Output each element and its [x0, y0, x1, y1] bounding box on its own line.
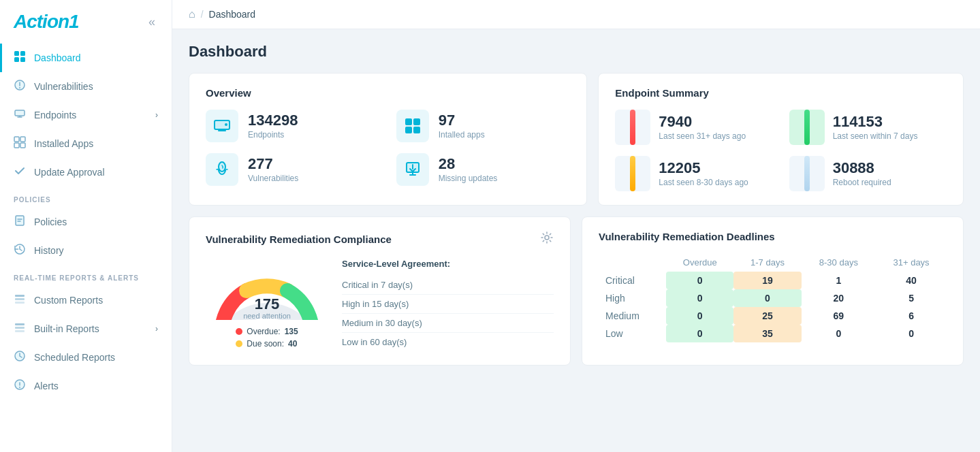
scheduled-reports-icon — [14, 350, 26, 365]
sidebar-item-policies[interactable]: Policies — [0, 208, 172, 236]
policies-section-label: POLICIES — [0, 187, 172, 208]
overdue-cell: 0 — [666, 289, 733, 307]
sidebar-item-custom-reports[interactable]: Custom Reports — [0, 286, 172, 314]
sidebar-item-label: Policies — [34, 216, 67, 227]
home-icon[interactable]: ⌂ — [189, 8, 195, 20]
overview-item-data: 134298 Endpoints — [248, 112, 298, 140]
legend-items: Overdue: 135 Due soon: 40 — [236, 327, 298, 351]
endpoint-value: 7940 — [659, 114, 746, 130]
sla-section: Service-Level Agreement: Critical in 7 d… — [342, 259, 554, 351]
sidebar-item-vulnerabilities[interactable]: Vulnerabilities — [0, 72, 172, 101]
svg-rect-6 — [15, 110, 25, 116]
overview-value: 97 — [439, 112, 485, 129]
compliance-body: 175 need attention Overdue: 135 — [206, 259, 554, 351]
endpoint-item-7days: 114153 Last seen within 7 days — [789, 110, 947, 145]
svg-rect-2 — [14, 57, 19, 62]
overview-value: 277 — [248, 156, 298, 172]
sidebar-item-dashboard[interactable]: Dashboard — [0, 44, 172, 72]
endpoint-label: Last seen 8-30 days ago — [659, 178, 748, 187]
svg-rect-8 — [20, 137, 25, 142]
gauge-sub: need attention — [243, 312, 291, 320]
endpoint-item-data: 30888 Reboot required — [833, 160, 891, 187]
svg-rect-13 — [15, 298, 25, 300]
page-title: Dashboard — [189, 43, 964, 61]
svg-rect-15 — [15, 323, 25, 325]
endpoints-icon — [14, 108, 26, 123]
sidebar-item-label: History — [34, 245, 64, 256]
sidebar-item-builtin-reports[interactable]: Built-in Reports › — [0, 314, 172, 343]
sidebar-item-update-approval[interactable]: Update Approval — [0, 158, 172, 187]
endpoints-icon — [206, 110, 238, 142]
sidebar-item-scheduled-reports[interactable]: Scheduled Reports — [0, 343, 172, 372]
endpoint-label: Reboot required — [833, 178, 891, 187]
overview-label: Endpoints — [248, 130, 298, 140]
sidebar-item-label: Scheduled Reports — [34, 352, 115, 363]
svg-rect-14 — [15, 302, 25, 304]
overview-item-vulns: 277 Vulnerabilities — [206, 153, 380, 186]
overview-card: Overview 134298 Endpoints — [189, 73, 587, 206]
1-7-cell: 35 — [733, 325, 801, 342]
overdue-cell: 0 — [666, 272, 733, 289]
overview-value: 134298 — [248, 112, 298, 129]
settings-button[interactable] — [540, 231, 554, 248]
severity-label: Medium — [599, 307, 666, 325]
collapse-button[interactable]: « — [146, 12, 158, 32]
severity-label: Low — [599, 325, 666, 342]
gauge-wrap: 175 need attention — [209, 259, 325, 320]
table-row-low: Low 0 35 0 0 — [599, 325, 947, 342]
overview-item-updates: 28 Missing updates — [396, 153, 571, 186]
content-area: Dashboard Overview 134298 Endpoints — [172, 29, 980, 452]
gauge-section: 175 need attention Overdue: 135 — [206, 259, 328, 351]
vulns-icon — [206, 153, 238, 186]
31plus-cell: 40 — [876, 272, 947, 289]
gauge-value: 175 — [243, 295, 291, 313]
update-approval-icon — [14, 165, 26, 180]
endpoint-summary-grid: 7940 Last seen 31+ days ago 114153 Last … — [615, 110, 947, 191]
svg-rect-24 — [413, 118, 420, 125]
8-30-cell: 69 — [802, 307, 876, 325]
endpoint-item-data: 7940 Last seen 31+ days ago — [659, 114, 746, 141]
overdue-label: Overdue: — [247, 327, 280, 336]
compliance-header: Vulnerability Remediation Compliance — [206, 231, 554, 248]
sla-title: Service-Level Agreement: — [342, 259, 554, 269]
overview-item-apps: 97 Intalled apps — [396, 110, 571, 142]
svg-rect-3 — [20, 57, 25, 62]
overview-item-endpoints: 134298 Endpoints — [206, 110, 380, 142]
svg-rect-9 — [14, 143, 19, 148]
sidebar-item-alerts[interactable]: Alerts — [0, 372, 172, 400]
endpoint-icon-box — [615, 110, 650, 145]
8-30-cell: 20 — [802, 289, 876, 307]
due-soon-dot — [236, 340, 242, 347]
svg-rect-11 — [16, 216, 24, 225]
svg-rect-16 — [15, 327, 25, 329]
sla-item-low: Low in 60 day(s) — [342, 333, 554, 351]
svg-point-22 — [225, 123, 227, 126]
overview-item-data: 277 Vulnerabilities — [248, 156, 298, 183]
svg-rect-25 — [405, 127, 412, 133]
overdue-cell: 0 — [666, 307, 733, 325]
compliance-title: Vulnerability Remediation Compliance — [206, 233, 392, 245]
sidebar-item-history[interactable]: History — [0, 236, 172, 265]
sidebar: Action1 « Dashboard Vulnerabilities Endp… — [0, 0, 172, 452]
builtin-reports-icon — [14, 321, 26, 336]
endpoint-item-data: 114153 Last seen within 7 days — [833, 114, 918, 141]
col-overdue: Overdue — [666, 253, 733, 272]
sidebar-item-endpoints[interactable]: Endpoints › — [0, 101, 172, 129]
col-1-7: 1-7 days — [733, 253, 801, 272]
31plus-cell: 6 — [876, 307, 947, 325]
sidebar-item-label: Vulnerabilities — [34, 81, 93, 92]
bottom-cards-row: Vulnerability Remediation Compliance — [189, 216, 964, 366]
sidebar-item-installed-apps[interactable]: Installed Apps — [0, 129, 172, 158]
overview-label: Vulnerabilities — [248, 174, 298, 183]
endpoint-value: 12205 — [659, 160, 748, 176]
chevron-right-icon: › — [155, 324, 158, 334]
overview-item-data: 97 Intalled apps — [439, 112, 485, 140]
legend-overdue: Overdue: 135 — [236, 327, 298, 336]
table-row-medium: Medium 0 25 69 6 — [599, 307, 947, 325]
overdue-dot — [236, 328, 242, 335]
svg-point-20 — [19, 387, 20, 388]
main-area: ⌂ / Dashboard Dashboard Overview 134298 — [172, 0, 980, 452]
overview-title: Overview — [206, 87, 570, 99]
endpoint-bar-green — [804, 110, 810, 145]
1-7-cell: 19 — [733, 272, 801, 289]
